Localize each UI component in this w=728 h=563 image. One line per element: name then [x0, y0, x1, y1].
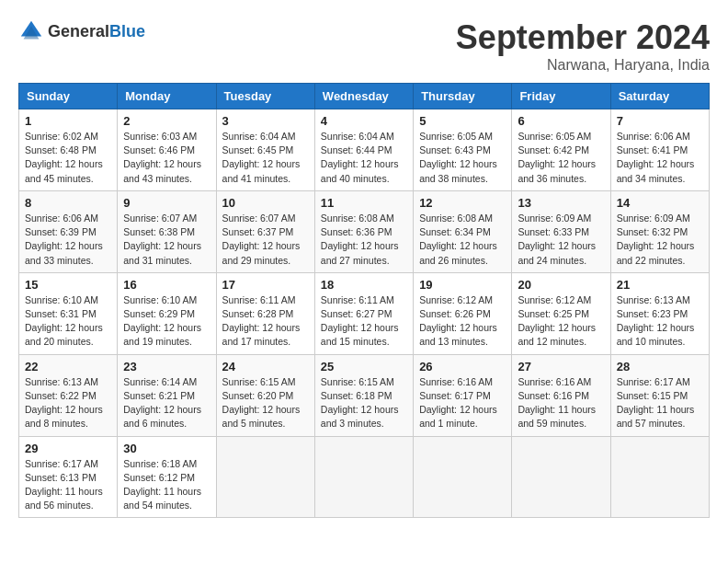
day-number: 4	[321, 114, 407, 128]
column-header-sunday: Sunday	[19, 84, 118, 109]
day-info: Sunrise: 6:05 AMSunset: 6:42 PMDaylight:…	[518, 130, 604, 186]
day-number: 12	[419, 196, 506, 210]
day-number: 17	[222, 278, 309, 292]
calendar-cell: 22Sunrise: 6:13 AMSunset: 6:22 PMDayligh…	[19, 354, 118, 436]
calendar-cell: 15Sunrise: 6:10 AMSunset: 6:31 PMDayligh…	[19, 272, 118, 354]
day-number: 30	[123, 442, 210, 455]
day-info: Sunrise: 6:07 AMSunset: 6:38 PMDaylight:…	[123, 212, 210, 268]
calendar-cell: 29Sunrise: 6:17 AMSunset: 6:13 PMDayligh…	[19, 436, 118, 518]
calendar-cell: 6Sunrise: 6:05 AMSunset: 6:42 PMDaylight…	[512, 109, 610, 191]
day-info: Sunrise: 6:08 AMSunset: 6:34 PMDaylight:…	[419, 212, 506, 268]
day-info: Sunrise: 6:06 AMSunset: 6:41 PMDaylight:…	[617, 130, 703, 186]
day-number: 26	[419, 360, 506, 373]
day-info: Sunrise: 6:07 AMSunset: 6:37 PMDaylight:…	[222, 212, 309, 268]
day-info: Sunrise: 6:13 AMSunset: 6:23 PMDaylight:…	[617, 293, 703, 350]
day-info: Sunrise: 6:14 AMSunset: 6:21 PMDaylight:…	[123, 375, 210, 431]
calendar-cell: 10Sunrise: 6:07 AMSunset: 6:37 PMDayligh…	[216, 190, 314, 272]
day-info: Sunrise: 6:16 AMSunset: 6:16 PMDaylight:…	[518, 375, 604, 431]
day-number: 9	[123, 196, 210, 210]
calendar-cell: 5Sunrise: 6:05 AMSunset: 6:43 PMDaylight…	[414, 109, 512, 191]
day-number: 15	[25, 278, 111, 292]
calendar-week-3: 15Sunrise: 6:10 AMSunset: 6:31 PMDayligh…	[19, 272, 710, 354]
column-header-saturday: Saturday	[610, 84, 709, 109]
calendar-body: 1Sunrise: 6:02 AMSunset: 6:48 PMDaylight…	[19, 109, 710, 518]
logo-general: General	[48, 22, 109, 40]
calendar-table: SundayMondayTuesdayWednesdayThursdayFrid…	[18, 83, 710, 518]
title-block: September 2024 Narwana, Haryana, India	[456, 18, 710, 74]
day-info: Sunrise: 6:12 AMSunset: 6:25 PMDaylight:…	[518, 293, 604, 350]
day-number: 24	[222, 360, 309, 373]
logo: GeneralBlue	[18, 18, 145, 44]
calendar-cell: 27Sunrise: 6:16 AMSunset: 6:16 PMDayligh…	[512, 354, 610, 436]
day-number: 25	[321, 360, 407, 373]
day-info: Sunrise: 6:08 AMSunset: 6:36 PMDaylight:…	[321, 212, 407, 268]
day-info: Sunrise: 6:15 AMSunset: 6:18 PMDaylight:…	[321, 375, 407, 431]
day-info: Sunrise: 6:16 AMSunset: 6:17 PMDaylight:…	[419, 375, 506, 431]
day-info: Sunrise: 6:15 AMSunset: 6:20 PMDaylight:…	[222, 375, 309, 431]
column-header-friday: Friday	[512, 84, 610, 109]
calendar-cell: 11Sunrise: 6:08 AMSunset: 6:36 PMDayligh…	[314, 190, 413, 272]
calendar-cell: 16Sunrise: 6:10 AMSunset: 6:29 PMDayligh…	[118, 272, 216, 354]
calendar-cell	[314, 436, 413, 518]
day-info: Sunrise: 6:06 AMSunset: 6:39 PMDaylight:…	[25, 212, 111, 268]
day-number: 5	[419, 114, 506, 128]
calendar-cell: 7Sunrise: 6:06 AMSunset: 6:41 PMDaylight…	[610, 109, 709, 191]
location: Narwana, Haryana, India	[456, 57, 710, 74]
calendar-cell: 24Sunrise: 6:15 AMSunset: 6:20 PMDayligh…	[216, 354, 314, 436]
month-title: September 2024	[456, 18, 710, 57]
calendar-cell: 8Sunrise: 6:06 AMSunset: 6:39 PMDaylight…	[19, 190, 118, 272]
calendar-cell	[512, 436, 610, 518]
day-info: Sunrise: 6:05 AMSunset: 6:43 PMDaylight:…	[419, 130, 506, 186]
calendar-cell: 2Sunrise: 6:03 AMSunset: 6:46 PMDaylight…	[118, 109, 216, 191]
calendar-cell: 26Sunrise: 6:16 AMSunset: 6:17 PMDayligh…	[414, 354, 512, 436]
day-number: 29	[25, 442, 111, 455]
day-info: Sunrise: 6:02 AMSunset: 6:48 PMDaylight:…	[25, 130, 111, 186]
day-number: 8	[25, 196, 111, 210]
day-number: 19	[419, 278, 506, 292]
calendar-week-5: 29Sunrise: 6:17 AMSunset: 6:13 PMDayligh…	[19, 436, 710, 518]
calendar-cell: 1Sunrise: 6:02 AMSunset: 6:48 PMDaylight…	[19, 109, 118, 191]
day-number: 14	[617, 196, 703, 210]
calendar-cell: 14Sunrise: 6:09 AMSunset: 6:32 PMDayligh…	[610, 190, 709, 272]
calendar-cell: 3Sunrise: 6:04 AMSunset: 6:45 PMDaylight…	[216, 109, 314, 191]
calendar-cell: 4Sunrise: 6:04 AMSunset: 6:44 PMDaylight…	[314, 109, 413, 191]
day-info: Sunrise: 6:03 AMSunset: 6:46 PMDaylight:…	[123, 130, 210, 186]
calendar-cell: 9Sunrise: 6:07 AMSunset: 6:38 PMDaylight…	[118, 190, 216, 272]
day-number: 21	[617, 278, 703, 292]
column-header-monday: Monday	[118, 84, 216, 109]
calendar-cell: 28Sunrise: 6:17 AMSunset: 6:15 PMDayligh…	[610, 354, 709, 436]
day-number: 11	[321, 196, 407, 210]
column-header-tuesday: Tuesday	[216, 84, 314, 109]
column-header-wednesday: Wednesday	[314, 84, 413, 109]
page-header: GeneralBlue September 2024 Narwana, Hary…	[18, 18, 710, 74]
calendar-cell: 21Sunrise: 6:13 AMSunset: 6:23 PMDayligh…	[610, 272, 709, 354]
day-number: 6	[518, 114, 604, 128]
day-info: Sunrise: 6:10 AMSunset: 6:31 PMDaylight:…	[25, 293, 111, 350]
day-info: Sunrise: 6:13 AMSunset: 6:22 PMDaylight:…	[25, 375, 111, 431]
calendar-cell: 12Sunrise: 6:08 AMSunset: 6:34 PMDayligh…	[414, 190, 512, 272]
day-info: Sunrise: 6:04 AMSunset: 6:44 PMDaylight:…	[321, 130, 407, 186]
calendar-cell: 17Sunrise: 6:11 AMSunset: 6:28 PMDayligh…	[216, 272, 314, 354]
calendar-cell: 13Sunrise: 6:09 AMSunset: 6:33 PMDayligh…	[512, 190, 610, 272]
day-info: Sunrise: 6:12 AMSunset: 6:26 PMDaylight:…	[419, 293, 506, 350]
day-number: 1	[25, 114, 111, 128]
calendar-cell: 30Sunrise: 6:18 AMSunset: 6:12 PMDayligh…	[118, 436, 216, 518]
day-info: Sunrise: 6:09 AMSunset: 6:33 PMDaylight:…	[518, 212, 604, 268]
column-header-thursday: Thursday	[414, 84, 512, 109]
calendar-cell	[414, 436, 512, 518]
day-number: 3	[222, 114, 309, 128]
day-number: 22	[25, 360, 111, 373]
day-number: 16	[123, 278, 210, 292]
calendar-cell: 23Sunrise: 6:14 AMSunset: 6:21 PMDayligh…	[118, 354, 216, 436]
day-info: Sunrise: 6:18 AMSunset: 6:12 PMDaylight:…	[123, 457, 210, 513]
calendar-week-1: 1Sunrise: 6:02 AMSunset: 6:48 PMDaylight…	[19, 109, 710, 191]
day-number: 13	[518, 196, 604, 210]
calendar-cell	[216, 436, 314, 518]
day-info: Sunrise: 6:09 AMSunset: 6:32 PMDaylight:…	[617, 212, 703, 268]
day-number: 28	[617, 360, 703, 373]
day-number: 10	[222, 196, 309, 210]
calendar-week-4: 22Sunrise: 6:13 AMSunset: 6:22 PMDayligh…	[19, 354, 710, 436]
day-number: 20	[518, 278, 604, 292]
day-number: 18	[321, 278, 407, 292]
calendar-cell: 20Sunrise: 6:12 AMSunset: 6:25 PMDayligh…	[512, 272, 610, 354]
